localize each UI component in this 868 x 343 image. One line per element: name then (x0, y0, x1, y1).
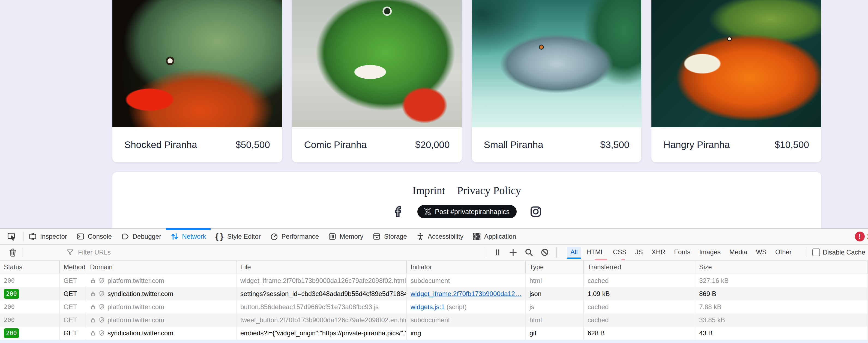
toolbar-separator (806, 247, 806, 258)
cell-method: GET (60, 314, 86, 326)
product-card[interactable]: Comic Piranha $20,000 (292, 0, 462, 162)
tab-debugger[interactable]: Debugger (117, 229, 166, 244)
initiator-link[interactable]: widget_iframe.2f70fb173b9000da12… (410, 290, 522, 297)
filter-urls-input[interactable] (78, 249, 242, 256)
x-post-button[interactable]: 𝕏 Post #privatepiranhapics (417, 205, 517, 218)
tab-label: Style Editor (227, 233, 261, 240)
column-header-file[interactable]: File (237, 260, 407, 274)
column-header-status[interactable]: Status (0, 260, 60, 274)
cell-status: 200 (0, 274, 60, 287)
tab-label: Application (484, 233, 516, 240)
tab-application[interactable]: Application (468, 229, 521, 244)
request-row[interactable]: 200 GET platform.twitter.com tweet_butto… (0, 314, 868, 326)
tab-network[interactable]: Network (166, 229, 211, 244)
search-icon[interactable] (525, 248, 533, 257)
cell-initiator: widget_iframe.2f70fb173b9000da12… (407, 287, 526, 301)
column-header-domain[interactable]: Domain (86, 260, 237, 274)
domain-text: syndication.twitter.com (107, 287, 173, 301)
plus-icon[interactable] (509, 248, 518, 257)
waterfall-fragment (595, 259, 607, 260)
product-image (472, 0, 642, 127)
tab-memory[interactable]: Memory (323, 229, 368, 244)
cell-transferred: 1.09 kB (584, 287, 695, 301)
cell-size: 7.88 kB (695, 301, 868, 314)
cell-size: 327.16 kB (695, 274, 868, 287)
product-image (651, 0, 821, 127)
product-price: $10,500 (774, 139, 809, 150)
cell-type: html (526, 274, 584, 287)
cell-transferred: cached (584, 314, 695, 326)
network-icon (170, 232, 179, 240)
network-request-table: Status Method Domain File Initiator Type… (0, 260, 868, 343)
tab-label: Console (88, 233, 112, 240)
product-name: Small Piranha (484, 139, 544, 150)
filter-html[interactable]: HTML (583, 247, 608, 258)
lock-icon (90, 278, 96, 284)
facebook-icon[interactable] (392, 205, 404, 218)
filter-ws[interactable]: WS (753, 247, 770, 258)
request-row[interactable]: 200 GET platform.twitter.com button.856d… (0, 301, 868, 314)
cell-domain: platform.twitter.com (86, 301, 237, 314)
tab-label: Memory (340, 233, 363, 240)
cell-size: 43 B (695, 326, 868, 340)
pause-icon[interactable] (493, 248, 502, 256)
tab-inspector[interactable]: Inspector (24, 229, 72, 244)
column-header-initiator[interactable]: Initiator (407, 260, 526, 274)
cell-domain: platform.twitter.com (86, 274, 237, 287)
product-price: $3,500 (600, 139, 629, 150)
column-header-size[interactable]: Size (695, 260, 868, 274)
privacy-policy-link[interactable]: Privacy Policy (457, 184, 521, 197)
devtools-panel: Inspector Console Debugger (0, 228, 868, 343)
filter-all[interactable]: All (567, 247, 581, 258)
filter-media[interactable]: Media (726, 247, 750, 258)
tab-storage[interactable]: Storage (368, 229, 412, 244)
pick-element-icon[interactable] (0, 229, 24, 244)
request-row[interactable]: 200 GET syndication.twitter.com embeds?l… (0, 326, 868, 340)
filter-fonts[interactable]: Fonts (671, 247, 694, 258)
tab-style-editor[interactable]: { } Style Editor (211, 229, 266, 244)
product-card[interactable]: Shocked Piranha $50,500 (113, 0, 282, 162)
cell-method: GET (60, 274, 86, 287)
product-image (113, 0, 282, 127)
clear-requests-button[interactable] (4, 245, 22, 260)
product-card[interactable]: Hangry Piranha $10,500 (651, 0, 821, 162)
cell-status: 200 (0, 314, 60, 326)
error-badge-group[interactable]: ! 2 (855, 229, 868, 244)
cell-file: widget_iframe.2f70fb173b9000da126c79afe2… (237, 274, 407, 287)
shop-page: Shocked Piranha $50,500 Comic Piranha $2… (0, 0, 868, 228)
cell-transferred: cached (584, 274, 695, 287)
product-card[interactable]: Small Piranha $3,500 (472, 0, 642, 162)
column-header-type[interactable]: Type (526, 260, 584, 274)
column-header-method[interactable]: Method (60, 260, 86, 274)
cell-file: tweet_button.2f70fb173b9000da126c79afe20… (237, 314, 407, 326)
column-header-transferred[interactable]: Transferred (584, 260, 695, 274)
accessibility-icon (416, 232, 425, 240)
disable-cache-checkbox[interactable] (812, 249, 820, 256)
toolbar-separator (22, 248, 22, 257)
error-count: 2 (867, 232, 868, 241)
devtools-tabbar: Inspector Console Debugger (0, 229, 868, 245)
tab-console[interactable]: Console (72, 229, 117, 244)
tab-performance[interactable]: Performance (266, 229, 323, 244)
block-icon[interactable] (540, 248, 549, 257)
imprint-link[interactable]: Imprint (412, 184, 445, 197)
initiator-link[interactable]: widgets.js:1 (410, 303, 445, 311)
instagram-icon[interactable] (530, 206, 542, 218)
cell-status: 200 (0, 287, 60, 301)
filter-css[interactable]: CSS (610, 247, 629, 258)
cell-initiator: widgets.js:1 (script) (407, 301, 526, 314)
lock-icon (90, 304, 96, 310)
request-row[interactable]: 200 GET syndication.twitter.com settings… (0, 287, 868, 301)
filter-other[interactable]: Other (772, 247, 795, 258)
tab-accessibility[interactable]: Accessibility (412, 229, 468, 244)
debugger-icon (121, 232, 129, 240)
shield-disabled-icon (98, 291, 105, 297)
filter-xhr[interactable]: XHR (648, 247, 669, 258)
product-price: $20,000 (415, 139, 450, 150)
cell-initiator: subdocument (407, 314, 526, 326)
product-name: Shocked Piranha (124, 139, 197, 150)
request-row[interactable]: 200 GET platform.twitter.com widget_ifra… (0, 274, 868, 287)
filter-js[interactable]: JS (632, 247, 646, 258)
filter-images[interactable]: Images (696, 247, 724, 258)
funnel-icon (66, 248, 74, 256)
